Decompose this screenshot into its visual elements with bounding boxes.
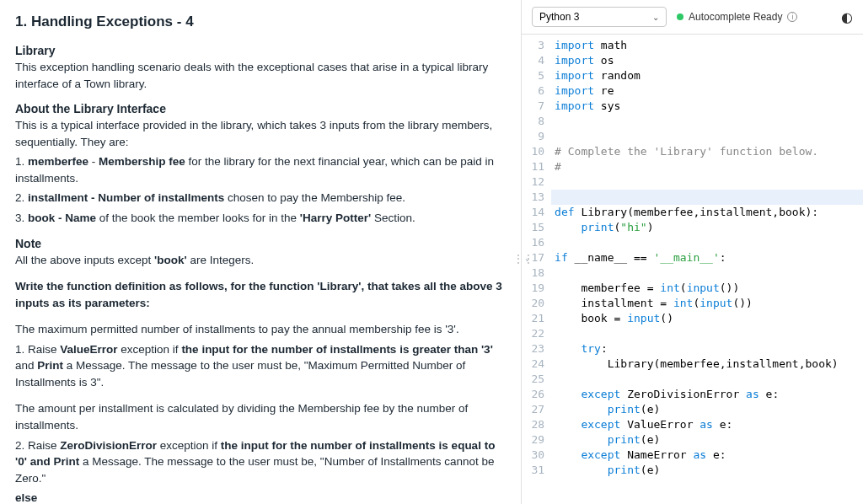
line-number: 9 (525, 129, 544, 144)
code-line[interactable] (551, 190, 863, 205)
line-number: 12 (525, 174, 544, 190)
theme-toggle-icon[interactable]: ◐ (841, 9, 853, 25)
line-number: 11 (525, 159, 544, 174)
resize-handle-icon[interactable]: ⋮⋮ (512, 252, 533, 265)
code-line[interactable] (551, 265, 863, 281)
code-line[interactable]: # (551, 159, 863, 174)
language-label: Python 3 (539, 11, 579, 23)
raise-valueerror: 1. Raise ValueError exception if the inp… (15, 341, 506, 391)
line-number: 24 (525, 357, 544, 372)
code-line[interactable]: Library(memberfee,installment,book) (551, 357, 863, 372)
line-number: 6 (525, 83, 544, 99)
raise-zerodiv: 2. Raise ZeroDivisionError exception if … (15, 437, 506, 487)
section-heading-note: Note (15, 237, 506, 250)
max-installments: The maximum permitted number of installm… (15, 321, 506, 338)
code-area[interactable]: import mathimport osimport randomimport … (551, 35, 863, 504)
code-line[interactable]: def Library(memberfee,installment,book): (551, 205, 863, 220)
line-number: 29 (525, 432, 544, 448)
note-text: All the above inputs except 'book' are I… (15, 252, 506, 269)
code-line[interactable]: except NameError as e: (551, 448, 863, 463)
code-line[interactable]: try: (551, 341, 863, 357)
code-line[interactable]: except ValueError as e: (551, 417, 863, 432)
chevron-down-icon: ⌄ (652, 13, 659, 22)
line-number: 7 (525, 99, 544, 114)
code-line[interactable]: print("hi") (551, 220, 863, 235)
code-line[interactable]: # Complete the 'Library' function below. (551, 144, 863, 159)
info-icon[interactable]: i (787, 12, 797, 22)
input-item-2: 2. installment - Number of installments … (15, 190, 506, 206)
line-number: 25 (525, 372, 544, 387)
code-line[interactable] (551, 372, 863, 387)
input-item-1: 1. memberfee - Membership fee for the li… (15, 153, 506, 186)
code-line[interactable]: if __name__ == '__main__': (551, 250, 863, 265)
code-line[interactable] (551, 129, 863, 144)
code-line[interactable] (551, 114, 863, 129)
line-number: 8 (525, 114, 544, 129)
line-number: 3 (525, 38, 544, 53)
code-line[interactable] (551, 326, 863, 341)
section-heading-about: About the Library Interface (15, 102, 506, 115)
line-number: 14 (525, 205, 544, 220)
code-line[interactable]: except ZeroDivisionError as e: (551, 387, 863, 402)
line-number: 16 (525, 235, 544, 250)
line-number: 4 (525, 53, 544, 68)
code-line[interactable]: import re (551, 83, 863, 99)
autocomplete-status: Autocomplete Ready i (677, 11, 797, 23)
code-line[interactable]: import sys (551, 99, 863, 114)
status-dot-icon (677, 13, 683, 20)
line-number: 20 (525, 296, 544, 311)
about-desc: This is a typical interface provided in … (15, 117, 506, 150)
code-line[interactable]: import random (551, 68, 863, 83)
code-editor[interactable]: 345678910111213141516⌄171819202122232425… (522, 35, 863, 504)
line-number-gutter: 345678910111213141516⌄171819202122232425… (522, 35, 551, 504)
line-number: 22 (525, 326, 544, 341)
page-title: 1. Handling Exceptions - 4 (15, 13, 506, 30)
code-line[interactable]: print(e) (551, 432, 863, 448)
section-heading-library: Library (15, 44, 506, 57)
line-number: 5 (525, 68, 544, 83)
line-number: 27 (525, 402, 544, 417)
line-number: 18 (525, 265, 544, 281)
code-line[interactable]: import os (551, 53, 863, 68)
code-line[interactable]: print(e) (551, 402, 863, 417)
line-number: 13 (525, 190, 544, 205)
problem-description-panel: 1. Handling Exceptions - 4 Library This … (0, 0, 521, 504)
code-line[interactable] (551, 174, 863, 190)
line-number: 21 (525, 311, 544, 326)
editor-toolbar: Python 3 ⌄ Autocomplete Ready i ◐ (522, 0, 863, 35)
code-editor-panel: Python 3 ⌄ Autocomplete Ready i ◐ 345678… (521, 0, 863, 504)
line-number: 31 (525, 463, 544, 478)
code-line[interactable] (551, 235, 863, 250)
code-line[interactable]: memberfee = int(input()) (551, 281, 863, 296)
code-line[interactable]: installment = int(input()) (551, 296, 863, 311)
line-number: 10 (525, 144, 544, 159)
amount-desc: The amount per installment is calculated… (15, 400, 506, 433)
write-instruction: Write the function definition as follows… (15, 278, 506, 311)
input-item-3: 3. book - Name of the book the member lo… (15, 210, 506, 227)
line-number: 30 (525, 448, 544, 463)
line-number: 26 (525, 387, 544, 402)
library-desc: This exception handling scenario deals w… (15, 59, 506, 92)
code-line[interactable]: import math (551, 38, 863, 53)
language-select[interactable]: Python 3 ⌄ (532, 7, 667, 27)
line-number: 28 (525, 417, 544, 432)
code-line[interactable]: print(e) (551, 463, 863, 478)
else-line: else (15, 490, 506, 504)
code-line[interactable]: book = input() (551, 311, 863, 326)
line-number: 23 (525, 341, 544, 357)
autocomplete-label: Autocomplete Ready (689, 11, 782, 23)
line-number: 15 (525, 220, 544, 235)
line-number: 19 (525, 281, 544, 296)
